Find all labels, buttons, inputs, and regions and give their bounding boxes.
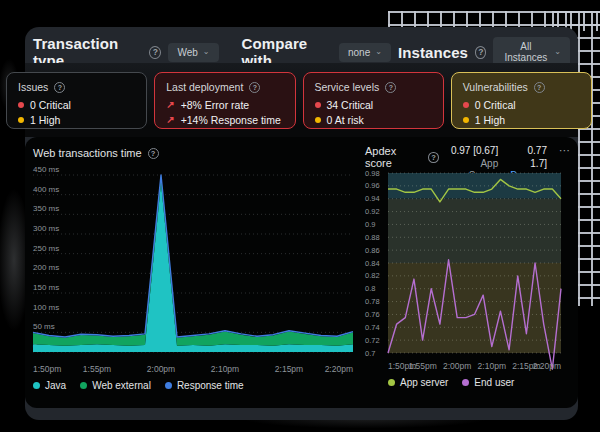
- apdex-value-browser: 0.77 1.7]: [510, 145, 547, 170]
- instances-label: Instances: [398, 44, 468, 61]
- help-icon[interactable]: ?: [54, 82, 65, 93]
- y-axis-tick: 0.88: [365, 233, 380, 242]
- status-dot-icon: [463, 102, 469, 108]
- help-icon[interactable]: ?: [428, 152, 438, 163]
- legend-item-app-server[interactable]: App server: [388, 377, 448, 388]
- status-card-issues[interactable]: Issues?0 Critical1 High: [6, 72, 147, 129]
- card-metric-text: 34 Critical: [327, 99, 374, 111]
- trend-up-icon: ↗: [166, 115, 174, 125]
- x-axis-tick: 2:20pm: [533, 361, 561, 371]
- compare-with-dropdown[interactable]: none ⌄: [339, 43, 391, 62]
- apdex-plot[interactable]: [388, 173, 561, 353]
- status-dot-icon: [463, 117, 469, 123]
- card-metric-row: 0 At risk: [315, 114, 432, 126]
- card-metric-text: +14% Response time: [181, 114, 281, 126]
- y-axis-tick: 0.72: [365, 336, 380, 345]
- help-icon[interactable]: ?: [148, 148, 159, 159]
- legend-dot-icon: [388, 379, 395, 386]
- status-dot-icon: [315, 102, 321, 108]
- y-axis-tick: 0.7: [365, 349, 375, 358]
- help-icon[interactable]: ?: [534, 82, 545, 93]
- card-metric-row: 34 Critical: [315, 99, 432, 111]
- chart-header: Web transactions time ?: [33, 145, 363, 161]
- y-axis-tick: 0.92: [365, 207, 380, 216]
- chart-legend: App serverEnd user: [388, 377, 514, 388]
- status-dot-icon: [315, 117, 321, 123]
- y-axis-tick: 0.86: [365, 246, 380, 255]
- x-axis-tick: 1:55pm: [83, 364, 111, 374]
- compare-with-value: none: [348, 47, 370, 58]
- legend-label: Web external: [92, 380, 151, 391]
- card-metric-text: 1 High: [30, 114, 60, 126]
- x-axis: 1:50pm1:55pm2:00pm2:10pm2:15pm2:20pm: [388, 361, 561, 372]
- x-axis-tick: 2:15pm: [275, 364, 303, 374]
- charts-panel: Web transactions time ? 450 ms400 ms350 …: [25, 137, 578, 408]
- card-metric-text: 0 Critical: [30, 99, 71, 111]
- apdex-value-app-server: 0.97 [0.67]: [451, 145, 498, 158]
- legend-item-end-user[interactable]: End user: [462, 377, 514, 388]
- filter-bar: Transaction type ? Web ⌄ Compare with no…: [25, 27, 578, 66]
- card-title-row: Last deployment?: [166, 81, 283, 93]
- x-axis-tick: 1:55pm: [408, 361, 436, 371]
- y-axis-tick: 0.9: [365, 220, 375, 229]
- more-options-icon[interactable]: ⋯: [559, 145, 571, 155]
- x-axis-tick: 2:20pm: [325, 364, 353, 374]
- y-axis-tick: 0.8: [365, 284, 375, 293]
- y-axis: 0.980.960.940.920.90.880.860.840.820.80.…: [365, 173, 386, 353]
- x-axis-tick: 2:10pm: [478, 361, 506, 371]
- card-metric-row: 1 High: [18, 114, 135, 126]
- card-metric-row: ↗+8% Error rate: [166, 99, 283, 111]
- help-icon[interactable]: ?: [149, 46, 161, 59]
- y-axis-tick: 0.84: [365, 259, 380, 268]
- help-icon[interactable]: ?: [475, 46, 486, 59]
- chevron-down-icon: ⌄: [203, 48, 210, 56]
- status-card-service-levels[interactable]: Service levels?34 Critical0 At risk: [303, 72, 444, 129]
- card-metric-text: 0 At risk: [327, 114, 364, 126]
- chart-title: Web transactions time: [33, 147, 142, 159]
- dashboard-screenshot: Transaction type ? Web ⌄ Compare with no…: [0, 0, 600, 432]
- y-axis-tick: 0.96: [365, 181, 380, 190]
- x-axis: 1:50pm1:55pm2:00pm2:10pm2:15pm2:20pm: [33, 364, 353, 375]
- legend-item-response-time[interactable]: Response time: [165, 380, 244, 391]
- chart-legend: JavaWeb externalResponse time: [33, 380, 244, 391]
- card-metric-text: 1 High: [475, 114, 505, 126]
- apdex-chart: Apdex score ? 0.97 [0.67] App Server 0.7…: [365, 137, 571, 400]
- transaction-type-value: Web: [177, 47, 197, 58]
- x-axis-tick: 2:00pm: [147, 364, 175, 374]
- y-axis-tick: 450 ms: [33, 165, 59, 174]
- y-axis-tick: 0.74: [365, 323, 380, 332]
- y-axis-tick: 0.82: [365, 271, 380, 280]
- y-axis-tick: 0.76: [365, 310, 380, 319]
- card-title-row: Service levels?: [315, 81, 432, 93]
- card-title: Last deployment: [166, 81, 243, 93]
- chevron-down-icon: ⌄: [375, 48, 382, 56]
- status-card-vulnerabilities[interactable]: Vulnerabilities?0 Critical1 High: [451, 72, 592, 129]
- legend-label: Java: [45, 380, 66, 391]
- card-title-row: Vulnerabilities?: [463, 81, 580, 93]
- x-axis-tick: 2:10pm: [211, 364, 239, 374]
- web-transactions-plot[interactable]: 450 ms400 ms350 ms300 ms250 ms200 ms150 …: [33, 175, 353, 352]
- y-axis-tick: 0.98: [365, 169, 380, 178]
- card-title: Service levels: [315, 81, 380, 93]
- status-card-last-deployment[interactable]: Last deployment?↗+8% Error rate↗+14% Res…: [154, 72, 295, 129]
- status-dot-icon: [18, 117, 24, 123]
- legend-label: End user: [474, 377, 514, 388]
- legend-dot-icon: [33, 382, 40, 389]
- legend-item-web-external[interactable]: Web external: [80, 380, 151, 391]
- legend-item-java[interactable]: Java: [33, 380, 66, 391]
- chevron-down-icon: ⌄: [554, 48, 561, 56]
- card-metric-row: ↗+14% Response time: [166, 114, 283, 126]
- card-metric-text: 0 Critical: [475, 99, 516, 111]
- help-icon[interactable]: ?: [249, 82, 260, 93]
- transaction-type-dropdown[interactable]: Web ⌄: [168, 43, 218, 62]
- status-cards-row: Issues?0 Critical1 HighLast deployment?↗…: [6, 72, 592, 129]
- x-axis-tick: 2:00pm: [443, 361, 471, 371]
- legend-label: Response time: [177, 380, 244, 391]
- card-metric-row: 0 Critical: [463, 99, 580, 111]
- card-title: Issues: [18, 81, 48, 93]
- help-icon[interactable]: ?: [385, 82, 396, 93]
- status-dot-icon: [18, 102, 24, 108]
- instances-value: All Instances: [502, 41, 549, 63]
- card-metric-row: 1 High: [463, 114, 580, 126]
- chart-title: Apdex score: [365, 145, 422, 169]
